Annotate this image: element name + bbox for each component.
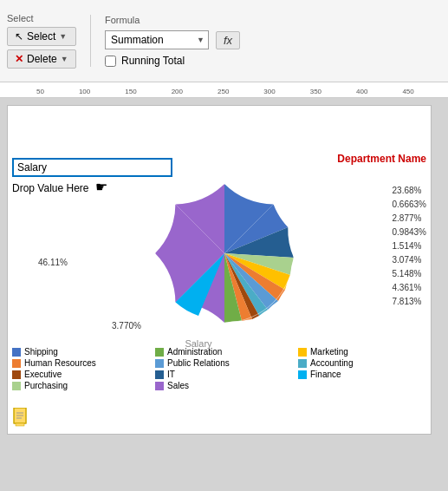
ruler-marks: 50 100 150 200 250 300 350 400 450 500	[9, 88, 448, 95]
salary-field[interactable]: Salary	[12, 158, 172, 177]
ruler-mark-200: 200	[172, 88, 183, 95]
running-total-label: Running Total	[121, 55, 185, 67]
ruler-mark-300: 300	[263, 88, 275, 95]
pct-7: 5.148%	[393, 267, 426, 281]
pct-left-1: 46.11%	[38, 258, 68, 267]
legend-it: IT	[155, 370, 289, 379]
ruler: 50 100 150 200 250 300 350 400 450 500	[0, 82, 448, 98]
legend-marketing: Marketing	[298, 347, 432, 357]
pie-chart	[146, 175, 311, 331]
drop-value-text: Drop Value Here ☛	[12, 179, 107, 195]
legend-color-finance	[298, 370, 307, 379]
ruler-mark-350: 350	[310, 88, 321, 95]
delete-arrow-icon: ▼	[61, 55, 68, 63]
pct-9: 7.813%	[393, 295, 426, 309]
dept-name-label: Department Name	[337, 153, 426, 165]
legend-hr: Human Resources	[12, 358, 146, 368]
legend-executive: Executive	[12, 370, 146, 379]
report-page: Salary Drop Value Here ☛ Department Name…	[7, 105, 432, 435]
select-section: Select ↖ Select ▼ ✕ Delete ▼	[7, 13, 76, 69]
legend-label-accounting: Accounting	[310, 358, 353, 368]
pct-1: 23.68%	[393, 184, 426, 198]
legend-color-exec	[12, 370, 21, 379]
select-arrow-icon: ▼	[59, 32, 67, 41]
toolbar: Select ↖ Select ▼ ✕ Delete ▼ Formula Sum…	[0, 0, 448, 82]
chart-percentages: 23.68% 0.6663% 2.877% 0.9843% 1.514% 3.0…	[393, 184, 426, 309]
pct-6: 3.074%	[393, 253, 426, 267]
select-label: Select	[7, 13, 76, 23]
pct-5: 1.514%	[393, 239, 426, 253]
pct-bottom-1: 3.770%	[112, 321, 141, 331]
delete-button[interactable]: ✕ Delete ▼	[7, 49, 76, 69]
drop-cursor-icon: ☛	[95, 180, 107, 194]
legend-administration: Administration	[155, 347, 289, 357]
document-icon	[12, 408, 29, 427]
legend-color-purchasing	[12, 382, 21, 390]
ruler-mark-450: 450	[402, 88, 413, 95]
report-icon	[12, 408, 29, 429]
salary-field-text: Salary	[17, 161, 47, 173]
legend-color-hr	[12, 359, 21, 368]
delete-btn-label: Delete	[27, 53, 57, 65]
legend-accounting: Accounting	[298, 358, 432, 368]
legend-label-marketing: Marketing	[310, 347, 348, 357]
legend-label-sales: Sales	[167, 381, 189, 390]
legend-color-sales	[155, 382, 164, 390]
ruler-mark-100: 100	[79, 88, 90, 95]
legend-sales: Sales	[155, 381, 289, 390]
legend-label-finance: Finance	[310, 370, 341, 379]
legend-label-exec: Executive	[24, 370, 62, 379]
legend-purchasing: Purchasing	[12, 381, 146, 390]
ruler-mark-400: 400	[356, 88, 367, 95]
formula-select[interactable]: Summation	[105, 30, 209, 49]
legend-label-purchasing: Purchasing	[24, 381, 68, 390]
legend-label-admin: Administration	[167, 347, 222, 357]
ruler-mark-150: 150	[125, 88, 136, 95]
select-button[interactable]: ↖ Select ▼	[7, 27, 76, 46]
formula-select-wrapper: Summation	[105, 30, 209, 49]
legend-color-shipping	[12, 348, 21, 357]
legend-label-shipping: Shipping	[24, 347, 58, 357]
legend-color-it	[155, 370, 164, 379]
select-btn-label: Select	[27, 30, 55, 43]
pct-4: 0.9843%	[393, 226, 426, 239]
legend-pr: Public Relations	[155, 358, 289, 368]
fx-button[interactable]: fx	[216, 31, 240, 49]
legend-color-accounting	[298, 359, 307, 368]
pct-3: 2.877%	[393, 212, 426, 226]
pct-2: 0.6663%	[393, 198, 426, 212]
running-total-checkbox[interactable]	[105, 56, 116, 67]
legend-color-admin	[155, 348, 164, 357]
legend-finance: Finance	[298, 370, 432, 379]
legend-color-pr	[155, 359, 164, 368]
ruler-mark-50: 50	[36, 88, 44, 95]
formula-section: Formula Summation fx Running Total	[90, 15, 240, 67]
legend-label-pr: Public Relations	[167, 358, 230, 368]
legend-label-hr: Human Resources	[24, 358, 96, 368]
svg-rect-6	[16, 423, 24, 426]
formula-row: Summation fx	[105, 30, 240, 49]
x-icon: ✕	[15, 53, 23, 65]
legend-color-marketing	[298, 348, 307, 357]
legend-shipping: Shipping	[12, 347, 146, 357]
formula-label: Formula	[105, 15, 240, 25]
canvas-area: Salary Drop Value Here ☛ Department Name…	[0, 98, 448, 491]
running-total-row: Running Total	[105, 55, 240, 67]
cursor-icon: ↖	[15, 30, 23, 43]
ruler-mark-250: 250	[218, 88, 229, 95]
legend-label-it: IT	[167, 370, 175, 379]
legend-area: Shipping Administration Marketing Human …	[12, 347, 432, 390]
pct-8: 4.361%	[393, 281, 426, 295]
fx-label: fx	[224, 34, 232, 47]
